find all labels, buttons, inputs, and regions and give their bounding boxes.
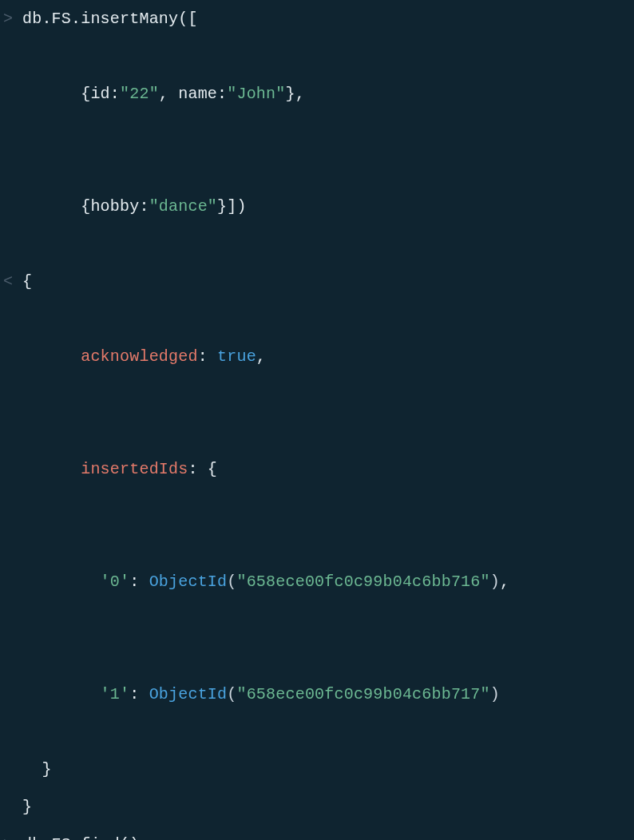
gutter-blank (0, 150, 22, 188)
code-text: db.FS.insertMany([ (22, 0, 198, 38)
shell-output-line: } (0, 751, 634, 788)
code-text: insertedIds: { (22, 413, 217, 525)
gutter-blank (0, 638, 22, 676)
code-text: } (22, 751, 52, 788)
shell-input-line[interactable]: > db.FS.find() (0, 826, 634, 840)
prompt-indicator-icon: > (0, 0, 22, 38)
shell-output-line: } (0, 788, 634, 826)
gutter-blank (0, 300, 22, 338)
code-text: } (22, 788, 32, 826)
code-text: '1': ObjectId("658ece00fc0c99b04c6bb717"… (22, 638, 500, 751)
shell-input-line[interactable]: {id:"22", name:"John"}, (0, 38, 634, 150)
shell-output-line: < { (0, 263, 634, 300)
code-text: {id:"22", name:"John"}, (22, 38, 305, 150)
gutter-blank (0, 413, 22, 450)
result-indicator-icon: < (0, 263, 22, 300)
code-text: { (22, 263, 32, 300)
shell-input-line[interactable]: > db.FS.insertMany([ (0, 0, 634, 38)
gutter-blank (0, 525, 22, 563)
shell-output-line: '0': ObjectId("658ece00fc0c99b04c6bb716"… (0, 525, 634, 638)
code-text: acknowledged: true, (22, 300, 266, 413)
shell-input-line[interactable]: {hobby:"dance"}]) (0, 150, 634, 263)
code-text: {hobby:"dance"}]) (22, 150, 247, 263)
shell-output-line: acknowledged: true, (0, 300, 634, 413)
shell-output-line: '1': ObjectId("658ece00fc0c99b04c6bb717"… (0, 638, 634, 751)
gutter-blank (0, 751, 22, 788)
code-text: db.FS.find() (22, 826, 139, 840)
code-text: '0': ObjectId("658ece00fc0c99b04c6bb716"… (22, 525, 509, 638)
prompt-indicator-icon: > (0, 826, 22, 840)
gutter-blank (0, 38, 22, 75)
shell-output-line: insertedIds: { (0, 413, 634, 525)
gutter-blank (0, 788, 22, 826)
